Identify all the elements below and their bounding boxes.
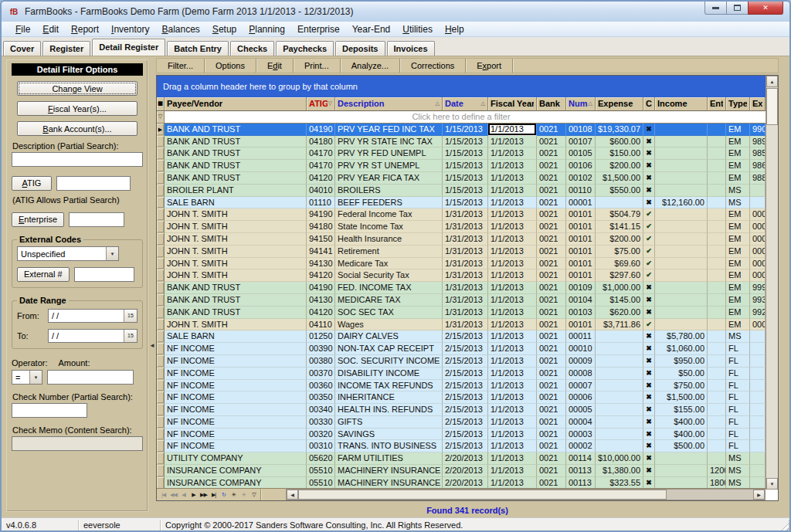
- table-row[interactable]: BANK AND TRUST04120SOC SEC TAX1/31/20131…: [157, 307, 766, 319]
- toolbar-options-button[interactable]: Options: [205, 59, 256, 73]
- table-row[interactable]: UTILITY COMPANY05620FARM UTILITIES2/20/2…: [157, 452, 766, 465]
- external-number-input[interactable]: [74, 267, 134, 282]
- grid-filter-row[interactable]: ▽ Click here to define a filter: [157, 111, 766, 124]
- vertical-scroll-track[interactable]: [766, 87, 778, 478]
- scroll-down-button[interactable]: ▼: [766, 478, 778, 490]
- amount-input[interactable]: [47, 370, 134, 385]
- scroll-up-button[interactable]: ▲: [766, 76, 778, 87]
- check-number-input[interactable]: [12, 403, 87, 418]
- menu-balances[interactable]: Balances: [155, 23, 205, 36]
- table-row[interactable]: INSURANCE COMPANY05510MACHINERY INSURANC…: [157, 465, 766, 477]
- filter-records-icon[interactable]: ▽: [249, 490, 259, 500]
- scroll-right-button[interactable]: ▶: [753, 490, 765, 500]
- menu-inventory[interactable]: Inventory: [105, 23, 155, 36]
- vertical-scrollbar[interactable]: ▲ ▼: [766, 76, 778, 490]
- menu-file[interactable]: File: [9, 23, 36, 36]
- column-header-type[interactable]: Type: [726, 97, 750, 111]
- table-row[interactable]: NF INCOME00350INHERITANCE2/15/20131/1/20…: [157, 391, 766, 404]
- menu-utilities[interactable]: Utilities: [396, 23, 439, 36]
- toolbar-print--button[interactable]: Print...: [294, 59, 341, 73]
- external-number-button[interactable]: External #: [17, 267, 70, 282]
- sidebar-collapse-handle[interactable]: ◄: [149, 342, 155, 349]
- vertical-scroll-thumb[interactable]: [766, 88, 778, 125]
- table-row[interactable]: BANK AND TRUST04170PRV YR FED UNEMPL1/15…: [157, 147, 766, 160]
- calendar-icon[interactable]: 15: [124, 310, 137, 322]
- date-to-input[interactable]: / / 15: [48, 329, 137, 343]
- minimize-button[interactable]: [704, 2, 727, 15]
- table-row[interactable]: NF INCOME00360INCOME TAX REFUNDS2/15/201…: [157, 380, 766, 392]
- tab-register[interactable]: Register: [42, 41, 90, 56]
- check-memo-input[interactable]: [12, 436, 143, 451]
- table-row[interactable]: JOHN T. SMITH94150Health Insurance1/31/2…: [157, 233, 766, 246]
- menu-setup[interactable]: Setup: [206, 23, 243, 36]
- toolbar-corrections-button[interactable]: Corrections: [400, 59, 466, 73]
- column-header-clr[interactable]: Clr: [643, 97, 655, 111]
- column-header-income[interactable]: Income: [655, 97, 708, 111]
- last-record-icon[interactable]: ▶|: [209, 490, 219, 500]
- table-row[interactable]: JOHN T. SMITH94130Medicare Tax1/31/20131…: [157, 258, 766, 270]
- table-row[interactable]: BANK AND TRUST04190FED. INCOME TAX1/31/2…: [157, 282, 766, 294]
- refresh-icon[interactable]: ↻: [219, 490, 229, 500]
- table-row[interactable]: NF INCOME00370DISABILITY INCOME2/15/2013…: [157, 368, 766, 380]
- date-from-input[interactable]: / / 15: [48, 309, 137, 323]
- enterprise-input[interactable]: [69, 212, 124, 227]
- horizontal-scroll-track[interactable]: [667, 490, 753, 500]
- table-row[interactable]: JOHN T. SMITH94141Retirement1/31/20131/1…: [157, 246, 766, 258]
- column-filter-icon[interactable]: ▽: [328, 100, 332, 107]
- table-row[interactable]: JOHN T. SMITH04110Wages1/31/20131/1/2013…: [157, 319, 766, 331]
- close-button[interactable]: ✕: [748, 2, 783, 15]
- table-row[interactable]: NF INCOME00310TRANS. INTO BUSINESS2/15/2…: [157, 440, 766, 452]
- table-row[interactable]: BANK AND TRUST04130MEDICARE TAX1/31/2013…: [157, 294, 766, 307]
- column-header-atig[interactable]: ATIG▽: [307, 97, 335, 111]
- next-page-icon[interactable]: ▶▶: [199, 490, 209, 500]
- table-row[interactable]: BANK AND TRUST04180PRV YR STATE INC TAX1…: [157, 136, 766, 148]
- horizontal-scrollbar[interactable]: ◀ ▶: [286, 489, 766, 500]
- table-row[interactable]: NF INCOME00330GIFTS2/15/20131/1/20130021…: [157, 416, 766, 429]
- table-row[interactable]: NF INCOME00320SAVINGS2/15/20131/1/201300…: [157, 429, 766, 441]
- define-filter-hint[interactable]: Click here to define a filter: [157, 111, 766, 123]
- table-row[interactable]: SALE BARN01250DAIRY CALVES2/15/20131/1/2…: [157, 330, 766, 343]
- toolbar-filter--button[interactable]: Filter...: [157, 59, 205, 73]
- column-header-num[interactable]: Num△: [566, 97, 596, 111]
- table-row[interactable]: JOHN T. SMITH94120Social Security Tax1/3…: [157, 269, 766, 282]
- column-header-bank[interactable]: Bank: [537, 97, 566, 111]
- toolbar-export-button[interactable]: Export: [466, 59, 513, 73]
- tab-invoices[interactable]: Invoices: [387, 41, 435, 56]
- column-header-fy[interactable]: Fiscal Year: [488, 97, 537, 111]
- maximize-button[interactable]: [727, 2, 748, 15]
- menu-report[interactable]: Report: [65, 23, 105, 36]
- enterprise-button[interactable]: Enterprise: [12, 212, 64, 227]
- table-row[interactable]: BROILER PLANT04010BROILERS1/15/20131/1/2…: [157, 185, 766, 197]
- menu-year-end[interactable]: Year-End: [346, 23, 397, 36]
- table-row[interactable]: SALE BARN01110BEEF FEEDERS1/15/20131/1/2…: [157, 197, 766, 209]
- column-header-payee[interactable]: Payee/Vendor: [165, 97, 307, 111]
- tab-deposits[interactable]: Deposits: [335, 41, 385, 56]
- tab-cover[interactable]: Cover: [3, 41, 41, 56]
- tab-checks[interactable]: Checks: [230, 41, 274, 56]
- operator-select[interactable]: = ▼: [12, 370, 42, 385]
- chevron-down-icon[interactable]: ▼: [106, 247, 118, 260]
- table-row[interactable]: JOHN T. SMITH94180State Income Tax1/31/2…: [157, 221, 766, 233]
- table-row[interactable]: NF INCOME00390NON-TAX CAP RECEIPT2/15/20…: [157, 343, 766, 355]
- table-row[interactable]: NF INCOME00340HEALTH INS. REFUNDS2/15/20…: [157, 404, 766, 416]
- group-by-band[interactable]: Drag a column header here to group by th…: [157, 76, 766, 97]
- tab-paychecks[interactable]: Paychecks: [276, 41, 334, 56]
- table-row[interactable]: NF INCOME00380SOC. SECURITY INCOME2/15/2…: [157, 355, 766, 368]
- table-row[interactable]: INSURANCE COMPANY05510MACHINERY INSURANC…: [157, 477, 766, 488]
- set-bookmark-icon[interactable]: ✳: [229, 490, 239, 500]
- menu-edit[interactable]: Edit: [36, 23, 65, 36]
- table-row[interactable]: BANK AND TRUST04170PRV YR ST UNEMPL1/15/…: [157, 160, 766, 172]
- title-bar[interactable]: fB FarmBooks - FarmBooks Demo Farm (Demo…: [2, 2, 789, 22]
- table-row[interactable]: JOHN T. SMITH94190Federal Income Tax1/31…: [157, 208, 766, 221]
- menu-planning[interactable]: Planning: [243, 23, 291, 36]
- column-header-desc[interactable]: Description△: [335, 97, 443, 111]
- menu-enterprise[interactable]: Enterprise: [291, 23, 346, 36]
- change-view-button[interactable]: Change View: [17, 81, 137, 96]
- atig-button[interactable]: ATIG: [12, 176, 52, 191]
- atig-input[interactable]: [56, 176, 131, 191]
- tab-detail-register[interactable]: Detail Register: [92, 39, 165, 56]
- chevron-down-icon[interactable]: ▼: [29, 371, 42, 384]
- toolbar-analyze--button[interactable]: Analyze...: [341, 59, 400, 73]
- fiscal-years-button[interactable]: Fiscal Year(s)...: [17, 101, 137, 116]
- scroll-left-button[interactable]: ◀: [287, 490, 298, 500]
